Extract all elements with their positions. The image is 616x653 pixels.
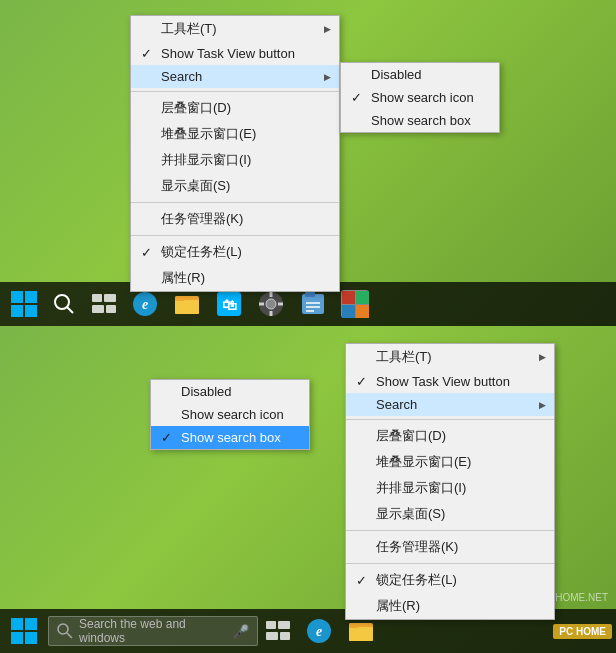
svg-rect-31 xyxy=(342,305,355,318)
explorer-icon xyxy=(173,290,201,318)
svg-rect-1 xyxy=(25,291,37,303)
top-context-menu[interactable]: 工具栏(T) Show Task View button Search 层叠窗口… xyxy=(130,15,340,292)
menu-item-sidebyside[interactable]: 并排显示窗口(I) xyxy=(131,147,339,173)
menu-b-sidebyside[interactable]: 并排显示窗口(I) xyxy=(346,475,554,501)
settings-icon xyxy=(257,290,285,318)
bottom-submenu[interactable]: Disabled Show search icon Show search bo… xyxy=(150,379,310,450)
win-logo-button-bottom[interactable] xyxy=(4,611,44,651)
menu-b-lock[interactable]: 锁定任务栏(L) xyxy=(346,567,554,593)
svg-rect-42 xyxy=(280,632,290,640)
svg-point-37 xyxy=(58,624,68,634)
svg-rect-30 xyxy=(356,291,369,304)
photos-button[interactable] xyxy=(334,284,376,324)
pchome-text: PC HOME xyxy=(559,626,606,637)
menu-b-taskmgr[interactable]: 任务管理器(K) xyxy=(346,534,554,560)
menu-b-sep1 xyxy=(346,419,554,420)
svg-rect-7 xyxy=(104,294,116,302)
menu-b-sep3 xyxy=(346,563,554,564)
svg-point-4 xyxy=(55,295,69,309)
submenu-b-show-box[interactable]: Show search box xyxy=(151,426,309,449)
svg-rect-41 xyxy=(266,632,278,640)
win-logo-icon xyxy=(11,291,37,317)
svg-rect-33 xyxy=(11,618,23,630)
menu-b-stack[interactable]: 堆叠显示窗口(E) xyxy=(346,449,554,475)
menu-item-toolbar[interactable]: 工具栏(T) xyxy=(131,16,339,42)
store-icon: 🛍 xyxy=(215,290,243,318)
submenu-disabled[interactable]: Disabled xyxy=(341,63,499,86)
svg-rect-6 xyxy=(92,294,102,302)
search-button[interactable] xyxy=(44,284,84,324)
submenu-show-icon[interactable]: Show search icon xyxy=(341,86,499,109)
svg-rect-24 xyxy=(305,292,315,297)
submenu-b-disabled[interactable]: Disabled xyxy=(151,380,309,403)
svg-rect-20 xyxy=(270,311,273,316)
svg-text:🛍: 🛍 xyxy=(222,296,237,313)
svg-rect-39 xyxy=(266,621,276,629)
svg-rect-34 xyxy=(25,618,37,630)
svg-line-38 xyxy=(67,633,72,638)
search-placeholder: Search the web and windows xyxy=(79,617,233,645)
task-view-button-bottom[interactable] xyxy=(258,611,298,651)
svg-rect-35 xyxy=(11,632,23,644)
ie-button-bottom[interactable]: e xyxy=(298,611,340,651)
svg-rect-9 xyxy=(106,305,116,313)
menu-b-taskview[interactable]: Show Task View button xyxy=(346,370,554,393)
svg-text:e: e xyxy=(316,624,322,639)
svg-rect-22 xyxy=(278,303,283,306)
task-view-button[interactable] xyxy=(84,284,124,324)
photos-icon xyxy=(339,288,371,320)
task-view-icon xyxy=(92,294,116,314)
menu-sep-1 xyxy=(131,91,339,92)
svg-rect-36 xyxy=(25,632,37,644)
menu-item-taskview[interactable]: Show Task View button xyxy=(131,42,339,65)
menu-b-showdesktop[interactable]: 显示桌面(S) xyxy=(346,501,554,527)
menu-sep-2 xyxy=(131,202,339,203)
menu-item-cascade[interactable]: 层叠窗口(D) xyxy=(131,95,339,121)
menu-item-lock[interactable]: 锁定任务栏(L) xyxy=(131,239,339,265)
svg-rect-14 xyxy=(175,296,185,301)
menu-item-properties[interactable]: 属性(R) xyxy=(131,265,339,291)
svg-point-18 xyxy=(266,299,276,309)
svg-rect-47 xyxy=(349,623,359,628)
pchome-badge: PC HOME xyxy=(553,624,612,639)
menu-item-showdesktop[interactable]: 显示桌面(S) xyxy=(131,173,339,199)
menu-item-stack[interactable]: 堆叠显示窗口(E) xyxy=(131,121,339,147)
submenu-b-show-icon[interactable]: Show search icon xyxy=(151,403,309,426)
mic-icon[interactable]: 🎤 xyxy=(233,624,249,639)
menu-b-cascade[interactable]: 层叠窗口(D) xyxy=(346,423,554,449)
menu-b-properties[interactable]: 属性(R) xyxy=(346,593,554,619)
menu-sep-3 xyxy=(131,235,339,236)
svg-rect-8 xyxy=(92,305,104,313)
search-icon xyxy=(53,293,75,315)
top-submenu[interactable]: Disabled Show search icon Show search bo… xyxy=(340,62,500,133)
svg-rect-21 xyxy=(259,303,264,306)
search-box-icon xyxy=(57,623,73,639)
svg-rect-32 xyxy=(356,305,369,318)
svg-rect-46 xyxy=(349,627,373,641)
menu-b-toolbar[interactable]: 工具栏(T) xyxy=(346,344,554,370)
ie-icon: e xyxy=(131,290,159,318)
win-logo-icon-bottom xyxy=(11,618,37,644)
win-logo-button[interactable] xyxy=(4,284,44,324)
bottom-context-menu[interactable]: 工具栏(T) Show Task View button Search 层叠窗口… xyxy=(345,343,555,620)
svg-rect-40 xyxy=(278,621,290,629)
menu-b-sep2 xyxy=(346,530,554,531)
files-icon xyxy=(299,290,327,318)
right-taskbar-area: PC HOME xyxy=(553,624,612,639)
svg-line-5 xyxy=(67,307,73,313)
svg-text:e: e xyxy=(142,297,148,312)
svg-rect-0 xyxy=(11,291,23,303)
menu-b-search[interactable]: Search xyxy=(346,393,554,416)
explorer-icon-bottom xyxy=(347,617,375,645)
menu-item-search[interactable]: Search xyxy=(131,65,339,88)
svg-rect-13 xyxy=(175,300,199,314)
svg-rect-3 xyxy=(25,305,37,317)
menu-item-taskmgr[interactable]: 任务管理器(K) xyxy=(131,206,339,232)
submenu-show-box[interactable]: Show search box xyxy=(341,109,499,132)
svg-rect-29 xyxy=(342,291,355,304)
ie-icon-bottom: e xyxy=(305,617,333,645)
svg-rect-19 xyxy=(270,292,273,297)
search-box[interactable]: Search the web and windows 🎤 xyxy=(48,616,258,646)
top-panel: 工具栏(T) Show Task View button Search 层叠窗口… xyxy=(0,0,616,326)
task-view-icon-bottom xyxy=(266,621,290,641)
